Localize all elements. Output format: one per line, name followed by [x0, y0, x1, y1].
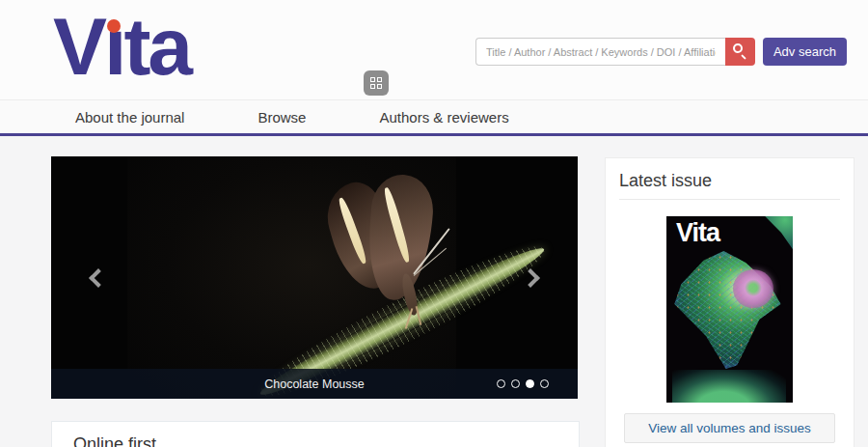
- nav-item-about-the-journal[interactable]: About the journal: [75, 109, 184, 126]
- content: Chocolate Mousse Online first Latest iss…: [0, 136, 868, 444]
- cell-fragment-art: [754, 216, 793, 253]
- magnifier-icon: [733, 43, 743, 53]
- header: Vıta Adv search: [0, 0, 868, 100]
- butterfly-art: [315, 171, 484, 354]
- cell-fragment-bottom-art: [672, 370, 786, 403]
- adv-search-button[interactable]: Adv search: [763, 38, 847, 66]
- carousel-dot-4[interactable]: [540, 379, 549, 388]
- logo-i-dot: [107, 19, 121, 33]
- page: Vıta Adv search About the journal Browse…: [0, 0, 868, 447]
- cell-nucleus-art: [733, 269, 773, 308]
- carousel-dot-3[interactable]: [526, 379, 534, 388]
- latest-issue-heading: Latest issue: [619, 170, 840, 191]
- nav-item-browse[interactable]: Browse: [258, 109, 306, 126]
- grid-icon: [370, 77, 382, 89]
- logo-letter-v: V: [53, 1, 104, 92]
- nav-item-authors-reviewers[interactable]: Authors & reviewers: [379, 109, 508, 126]
- carousel-caption: Chocolate Mousse: [264, 377, 365, 391]
- butterfly-photo: [127, 156, 456, 399]
- cover-journal-title: Vita: [676, 218, 719, 248]
- divider: [619, 199, 840, 200]
- online-first-heading: Online first: [73, 434, 557, 447]
- apps-grid-button[interactable]: [364, 70, 389, 96]
- latest-issue-card: Latest issue Vita View all volumes and i…: [605, 157, 854, 447]
- vita-logo[interactable]: Vıta: [53, 6, 190, 87]
- featured-carousel: Chocolate Mousse: [51, 156, 578, 399]
- carousel-dot-1[interactable]: [497, 379, 505, 388]
- cell-micrograph-art: [672, 251, 784, 369]
- main-nav: About the journal Browse Authors & revie…: [0, 100, 868, 136]
- search-button[interactable]: [725, 38, 755, 66]
- online-first-card: Online first: [51, 421, 580, 447]
- carousel-dots: [497, 379, 549, 388]
- carousel-prev-button[interactable]: [89, 268, 108, 288]
- logo-letter-i: ı: [104, 6, 123, 87]
- search-input[interactable]: [475, 38, 725, 66]
- latest-issue-cover[interactable]: Vita: [666, 216, 793, 403]
- search-area: Adv search: [475, 38, 847, 66]
- logo-letters-ta: ta: [123, 1, 190, 92]
- view-all-volumes-button[interactable]: View all volumes and issues: [624, 413, 835, 443]
- carousel-dot-2[interactable]: [511, 379, 520, 388]
